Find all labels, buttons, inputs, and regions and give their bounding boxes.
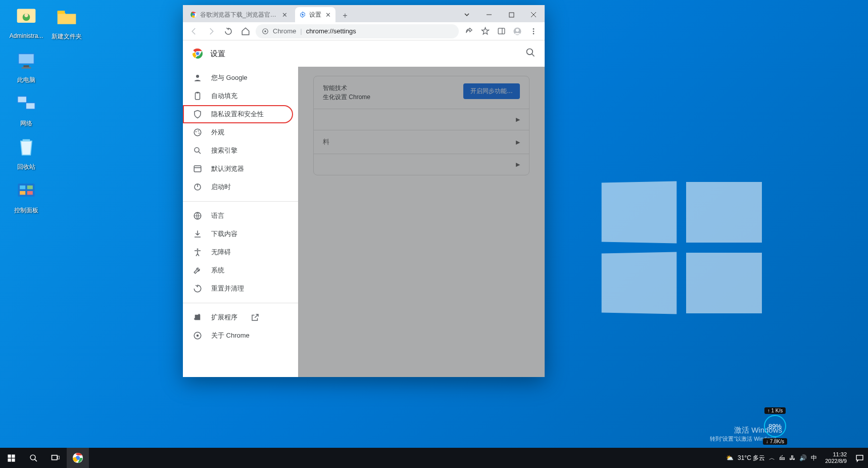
nav-item-restore[interactable]: 重置并清理: [183, 279, 293, 298]
external-link-icon: [251, 313, 260, 322]
nav-separator: [183, 303, 298, 303]
svg-rect-36: [197, 92, 199, 93]
svg-point-33: [527, 49, 533, 55]
nav-item-palette[interactable]: 外观: [183, 123, 293, 142]
ime-icon[interactable]: 🖮: [779, 454, 785, 461]
taskview-button[interactable]: [44, 448, 67, 468]
desktop-icon-recycle[interactable]: 回收站: [4, 135, 49, 171]
close-button[interactable]: [522, 7, 545, 22]
new-tab-button[interactable]: +: [339, 9, 352, 22]
nav-item-clipboard[interactable]: 自动填充: [183, 87, 293, 105]
system-tray[interactable]: ⛅ 31°C 多云 ︿ 🖮 🖧 🔊 中: [722, 454, 821, 462]
close-icon[interactable]: ✕: [281, 11, 288, 18]
sidepanel-icon[interactable]: [494, 24, 508, 38]
net-down: ↓ 7.8K/s: [763, 438, 787, 445]
desktop-icon-newfolder[interactable]: 新建文件夹: [44, 5, 89, 41]
nav-item-search[interactable]: 搜索引擎: [183, 142, 293, 160]
desktop: Administra... 新建文件夹 此电脑 网络 回收站 控制面板 激活 W…: [0, 0, 868, 468]
svg-point-20: [302, 14, 304, 16]
tab-title: 谷歌浏览器下载_浏览器官网入口: [200, 11, 278, 19]
nav-item-download[interactable]: 下载内容: [183, 225, 293, 243]
svg-point-53: [30, 455, 35, 460]
maximize-button[interactable]: [500, 7, 522, 22]
chrome-logo-icon: [192, 48, 203, 59]
nav-item-puzzle[interactable]: 扩展程序: [183, 308, 293, 326]
search-button[interactable]: [22, 448, 44, 468]
search-button[interactable]: [525, 48, 536, 60]
share-icon[interactable]: [462, 24, 476, 38]
chrome-icon: [190, 11, 197, 18]
nav-item-power[interactable]: 启动时: [183, 178, 293, 196]
svg-rect-51: [8, 458, 11, 461]
a11y-icon: [193, 248, 202, 257]
nav-item-a11y[interactable]: 无障碍: [183, 243, 293, 261]
svg-point-40: [199, 132, 200, 133]
modal-overlay: [298, 40, 545, 377]
tab-title: 设置: [309, 11, 321, 19]
volume-icon[interactable]: 🔊: [799, 454, 807, 461]
desktop-icon-admin[interactable]: Administra...: [4, 5, 49, 39]
svg-rect-14: [20, 185, 25, 189]
profile-icon[interactable]: [510, 24, 524, 38]
nav-item-person[interactable]: 您与 Google: [183, 69, 293, 87]
desktop-icon-network[interactable]: 网络: [4, 92, 49, 128]
chrome-lock-icon: [262, 28, 269, 35]
svg-rect-35: [196, 92, 200, 100]
svg-point-37: [194, 129, 201, 136]
taskbar: ⛅ 31°C 多云 ︿ 🖮 🖧 🔊 中 11:32 2022/8/9: [0, 448, 868, 468]
svg-point-27: [533, 28, 535, 30]
svg-point-2: [24, 14, 28, 17]
clipboard-icon: [193, 91, 202, 101]
titlebar[interactable]: 谷歌浏览器下载_浏览器官网入口 ✕ 设置 ✕ +: [183, 5, 545, 22]
bookmark-icon[interactable]: [478, 24, 492, 38]
tab-0[interactable]: 谷歌浏览器下载_浏览器官网入口 ✕: [186, 7, 292, 22]
svg-rect-3: [58, 11, 65, 14]
close-icon[interactable]: ✕: [324, 11, 331, 18]
tray-chevron-icon[interactable]: ︿: [769, 454, 775, 462]
nav-label: 默认浏览器: [211, 164, 244, 173]
network-icon[interactable]: 🖧: [789, 454, 795, 461]
person-icon: [193, 73, 202, 82]
nav-label: 无障碍: [211, 248, 231, 257]
action-center-icon[interactable]: [851, 448, 868, 468]
tab-1[interactable]: 设置 ✕: [295, 7, 335, 22]
svg-rect-5: [19, 54, 33, 63]
menu-icon[interactable]: [526, 24, 541, 38]
svg-point-23: [264, 30, 266, 32]
nav-item-browser[interactable]: 默认浏览器: [183, 160, 293, 178]
wrench-icon: [193, 266, 202, 275]
svg-rect-11: [26, 103, 35, 109]
desktop-icon-thispc[interactable]: 此电脑: [4, 49, 49, 84]
taskbar-chrome[interactable]: [67, 448, 89, 468]
nav-item-chrome[interactable]: 关于 Chrome: [183, 326, 293, 345]
svg-rect-15: [27, 185, 33, 189]
home-button[interactable]: [238, 24, 253, 38]
svg-rect-17: [27, 191, 33, 195]
download-icon: [193, 229, 202, 239]
start-button[interactable]: [0, 448, 22, 468]
chrome-icon: [193, 331, 202, 340]
net-meter[interactable]: ↑ 1 K/s 89% ↓ 7.8K/s: [763, 407, 787, 445]
settings-content: 设置 您与 Google自动填充隐私设置和安全性外观搜索引擎默认浏览器启动时 语…: [183, 40, 545, 377]
taskbar-clock[interactable]: 11:32 2022/8/9: [821, 451, 851, 464]
nav-item-globe[interactable]: 语言: [183, 207, 293, 225]
ime-lang[interactable]: 中: [811, 454, 817, 462]
weather-icon: ⛅: [726, 454, 734, 461]
omnibox[interactable]: Chrome | chrome://settings: [256, 24, 459, 38]
clock-date: 2022/8/9: [825, 458, 847, 464]
shield-icon: [193, 110, 202, 119]
dropdown-icon[interactable]: [456, 7, 478, 22]
forward-button[interactable]: [204, 24, 218, 38]
svg-point-39: [198, 130, 199, 131]
nav-label: 搜索引擎: [211, 146, 237, 155]
svg-point-32: [196, 52, 199, 55]
nav-item-wrench[interactable]: 系统: [183, 261, 293, 279]
desktop-icon-controlpanel[interactable]: 控制面板: [4, 179, 49, 215]
url-prefix: Chrome: [273, 27, 296, 35]
minimize-button[interactable]: [478, 7, 500, 22]
nav-item-shield[interactable]: 隐私设置和安全性: [183, 105, 293, 123]
globe-icon: [193, 211, 202, 220]
back-button[interactable]: [187, 24, 201, 38]
reload-button[interactable]: [221, 24, 235, 38]
nav-label: 扩展程序: [211, 313, 237, 322]
